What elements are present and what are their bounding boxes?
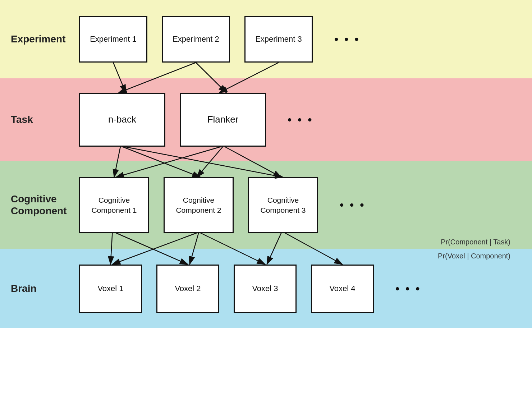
experiment-dots: • • • [334, 33, 360, 46]
brain-box-1: Voxel 1 [79, 265, 142, 313]
experiment-layer: Experiment Experiment 1 Experiment 2 Exp… [0, 0, 532, 78]
cognitive-boxes: Cognitive Component 1 Cognitive Componen… [79, 161, 532, 249]
experiment-box-3: Experiment 3 [244, 16, 313, 63]
prob-voxel-component: Pr(Voxel | Component) [438, 252, 510, 260]
brain-dots: • • • [395, 282, 421, 295]
brain-box-4: Voxel 4 [311, 265, 374, 313]
cognitive-label: Cognitive Component [11, 193, 67, 217]
experiment-box-1: Experiment 1 [79, 16, 147, 63]
brain-box-3: Voxel 3 [234, 265, 297, 313]
diagram: Experiment Experiment 1 Experiment 2 Exp… [0, 0, 532, 418]
task-label: Task [11, 114, 33, 126]
task-box-2: Flanker [180, 93, 266, 147]
task-box-1: n-back [79, 93, 165, 147]
experiment-label: Experiment [11, 33, 66, 45]
task-dots: • • • [288, 113, 313, 127]
brain-layer: Brain Voxel 1 Voxel 2 Voxel 3 Voxel 4 • … [0, 249, 532, 328]
experiment-box-2: Experiment 2 [162, 16, 230, 63]
cognitive-dots: • • • [340, 198, 365, 212]
brain-label: Brain [11, 283, 37, 295]
cognitive-layer: Cognitive Component Cognitive Component … [0, 161, 532, 249]
prob-component-task: Pr(Component | Task) [441, 238, 510, 246]
cognitive-box-2: Cognitive Component 2 [164, 177, 234, 233]
brain-box-2: Voxel 2 [156, 265, 219, 313]
task-layer: Task n-back Flanker • • • [0, 78, 532, 161]
task-boxes: n-back Flanker • • • [79, 78, 532, 161]
experiment-boxes: Experiment 1 Experiment 2 Experiment 3 •… [79, 0, 532, 78]
brain-boxes: Voxel 1 Voxel 2 Voxel 3 Voxel 4 • • • [79, 249, 532, 328]
cognitive-box-1: Cognitive Component 1 [79, 177, 149, 233]
cognitive-box-3: Cognitive Component 3 [248, 177, 318, 233]
